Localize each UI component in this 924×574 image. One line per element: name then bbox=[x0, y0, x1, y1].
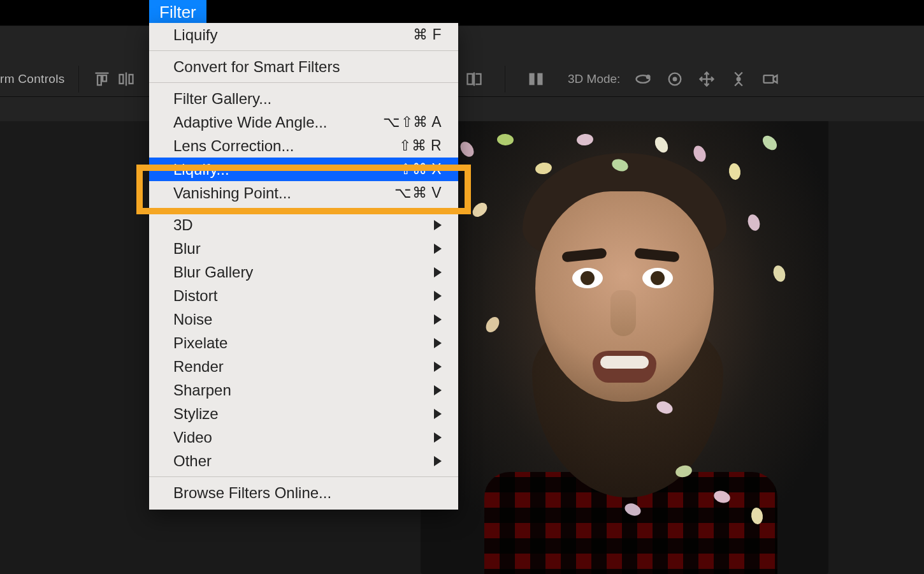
menu-item-last-filter[interactable]: Liquify ⌘ F bbox=[149, 23, 458, 47]
flip-horizontal-icon[interactable] bbox=[465, 70, 483, 88]
menu-item-label: 3D bbox=[173, 216, 193, 234]
menu-item-label: Noise bbox=[173, 311, 212, 328]
svg-rect-17 bbox=[764, 75, 774, 83]
menu-item-liquify[interactable]: Liquify...⇧⌘ X bbox=[149, 158, 458, 181]
menu-item-label: Blur Gallery bbox=[173, 263, 253, 281]
3d-mode-label: 3D Mode: bbox=[568, 72, 620, 86]
svg-marker-18 bbox=[774, 75, 777, 83]
menu-item-render[interactable]: Render bbox=[149, 355, 458, 378]
menu-item-shortcut: ⌥⌘ V bbox=[394, 184, 442, 202]
submenu-arrow-icon bbox=[434, 220, 442, 230]
menu-item-shortcut: ⇧⌘ R bbox=[399, 137, 442, 154]
menu-item-stylize[interactable]: Stylize bbox=[149, 402, 458, 425]
menu-separator bbox=[149, 209, 458, 209]
menu-item-distort[interactable]: Distort bbox=[149, 284, 458, 307]
menu-item-filter-gallery[interactable]: Filter Gallery... bbox=[149, 87, 458, 110]
align-top-icon[interactable] bbox=[93, 70, 111, 88]
toolbar-divider bbox=[505, 66, 505, 92]
menu-item-vanishing-point[interactable]: Vanishing Point...⌥⌘ V bbox=[149, 181, 458, 205]
menu-item-label: Distort bbox=[173, 287, 217, 305]
filter-menu-dropdown: Liquify ⌘ F Convert for Smart Filters Fi… bbox=[149, 23, 458, 510]
menu-item-label: Liquify... bbox=[173, 161, 229, 179]
submenu-arrow-icon bbox=[434, 244, 442, 254]
menu-item-browse-filters-online[interactable]: Browse Filters Online... bbox=[149, 481, 458, 504]
orbit-icon[interactable] bbox=[634, 70, 652, 88]
submenu-arrow-icon bbox=[434, 338, 442, 348]
svg-point-11 bbox=[647, 75, 650, 78]
camera-icon[interactable] bbox=[762, 70, 779, 88]
submenu-arrow-icon bbox=[434, 409, 442, 419]
svg-point-16 bbox=[737, 77, 740, 80]
svg-point-13 bbox=[674, 77, 677, 80]
menubar: Filter bbox=[0, 0, 924, 26]
align-distribute-icon[interactable] bbox=[117, 70, 135, 88]
svg-rect-2 bbox=[103, 75, 107, 81]
menubar-item-filter[interactable]: Filter bbox=[149, 0, 206, 25]
menu-item-blur-gallery[interactable]: Blur Gallery bbox=[149, 260, 458, 284]
pan-icon[interactable] bbox=[698, 70, 716, 88]
submenu-arrow-icon bbox=[434, 456, 442, 466]
menu-item-label: Browse Filters Online... bbox=[173, 484, 331, 502]
menu-item-label: Stylize bbox=[173, 405, 219, 423]
menu-separator bbox=[149, 50, 458, 51]
rotate-icon[interactable] bbox=[666, 70, 684, 88]
show-transform-controls-label: rm Controls bbox=[0, 72, 64, 86]
menu-separator bbox=[149, 476, 458, 477]
menu-item-label: Liquify bbox=[173, 26, 217, 44]
menu-item-label: Convert for Smart Filters bbox=[173, 58, 340, 76]
menu-item-shortcut: ⇧⌘ X bbox=[400, 161, 442, 178]
submenu-arrow-icon bbox=[434, 385, 442, 395]
menu-item-label: Other bbox=[173, 452, 212, 470]
scale-icon[interactable] bbox=[730, 70, 747, 88]
submenu-arrow-icon bbox=[434, 362, 442, 372]
svg-rect-5 bbox=[129, 75, 133, 84]
submenu-arrow-icon bbox=[434, 432, 442, 443]
menu-item-lens-correction[interactable]: Lens Correction...⇧⌘ R bbox=[149, 134, 458, 158]
menu-item-label: Render bbox=[173, 358, 224, 376]
menu-item-sharpen[interactable]: Sharpen bbox=[149, 378, 458, 402]
menu-item-shortcut: ⌘ F bbox=[413, 26, 442, 43]
menu-item-other[interactable]: Other bbox=[149, 449, 458, 473]
svg-rect-1 bbox=[97, 75, 101, 85]
canvas[interactable] bbox=[0, 121, 924, 574]
menu-item-noise[interactable]: Noise bbox=[149, 307, 458, 331]
toolbar-divider bbox=[78, 66, 79, 92]
split-view-icon[interactable] bbox=[527, 70, 545, 88]
menu-item-label: Vanishing Point... bbox=[173, 184, 291, 202]
svg-rect-9 bbox=[537, 73, 542, 85]
submenu-arrow-icon bbox=[434, 314, 442, 325]
document-area bbox=[0, 121, 924, 574]
submenu-arrow-icon bbox=[434, 291, 442, 301]
menu-item-label: Pixelate bbox=[173, 334, 227, 352]
menu-item-video[interactable]: Video bbox=[149, 425, 458, 449]
menu-item-pixelate[interactable]: Pixelate bbox=[149, 331, 458, 355]
menu-item-label: Adaptive Wide Angle... bbox=[173, 114, 327, 131]
menu-item-label: Sharpen bbox=[173, 381, 231, 399]
menu-item-adaptive-wide-angle[interactable]: Adaptive Wide Angle...⌥⇧⌘ A bbox=[149, 110, 458, 134]
toolbar-separator bbox=[0, 96, 924, 97]
menu-item-label: Video bbox=[173, 429, 212, 446]
menu-item--d[interactable]: 3D bbox=[149, 213, 458, 237]
submenu-arrow-icon bbox=[434, 267, 442, 277]
options-bar: rm Controls 3D Mode: bbox=[0, 26, 924, 121]
menu-item-blur[interactable]: Blur bbox=[149, 237, 458, 260]
menu-item-label: Blur bbox=[173, 240, 201, 258]
svg-rect-8 bbox=[530, 73, 535, 85]
svg-rect-6 bbox=[468, 73, 473, 84]
menu-item-convert-smart-filters[interactable]: Convert for Smart Filters bbox=[149, 55, 458, 78]
menu-separator bbox=[149, 82, 458, 83]
menu-item-shortcut: ⌥⇧⌘ A bbox=[383, 114, 442, 131]
menu-item-label: Filter Gallery... bbox=[173, 90, 271, 108]
svg-rect-3 bbox=[120, 75, 124, 84]
menu-item-label: Lens Correction... bbox=[173, 137, 294, 155]
